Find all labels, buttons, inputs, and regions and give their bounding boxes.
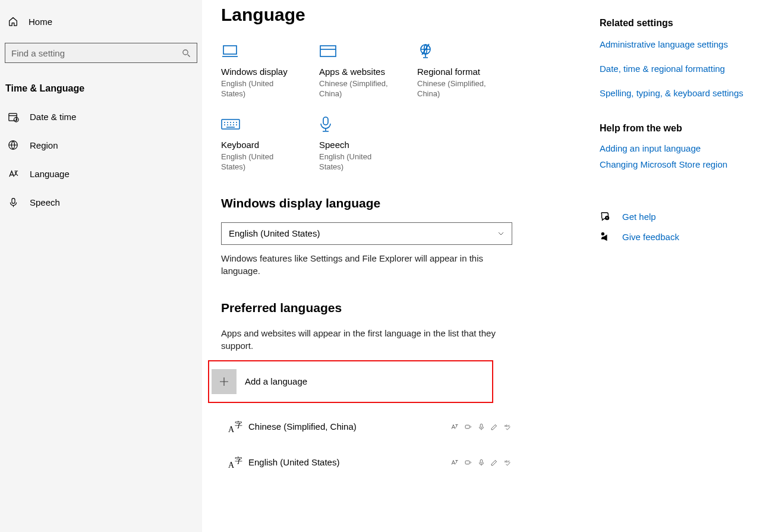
language-feature-icons: abc (450, 423, 512, 431)
svg-rect-13 (480, 424, 483, 427)
handwriting-icon (490, 423, 499, 431)
sidebar-item-label: Language (30, 169, 70, 179)
related-settings-heading: Related settings (600, 18, 760, 29)
card-windows-display[interactable]: Windows display English (United States) (221, 43, 319, 99)
card-title: Windows display (221, 67, 319, 77)
speech-recognition-icon (478, 423, 485, 431)
svg-text:字: 字 (235, 420, 242, 429)
text-to-speech-icon (464, 423, 472, 431)
language-pack-icon (450, 423, 459, 431)
link-date-time-formatting[interactable]: Date, time & regional formatting (600, 62, 760, 75)
sidebar-item-language[interactable]: Language (0, 159, 202, 188)
card-sub: English (United States) (319, 152, 390, 172)
svg-text:?: ? (606, 216, 608, 220)
sidebar-section-heading: Time & Language (0, 73, 202, 102)
help-from-web-heading: Help from the web (600, 123, 760, 134)
globe-stand-icon (417, 43, 515, 59)
svg-rect-4 (11, 198, 14, 203)
give-feedback-link[interactable]: Give feedback (622, 232, 679, 242)
laptop-icon (221, 43, 319, 59)
sidebar-item-label: Region (30, 140, 58, 150)
sidebar-home[interactable]: Home (0, 11, 202, 32)
clock-calendar-icon (7, 111, 19, 122)
keyboard-icon (221, 116, 319, 133)
give-feedback-row[interactable]: Give feedback (600, 231, 760, 242)
plus-icon (212, 369, 237, 394)
svg-rect-12 (465, 425, 469, 429)
page-title: Language (221, 5, 582, 25)
speech-recognition-icon (478, 458, 485, 467)
sidebar-item-region[interactable]: Region (0, 131, 202, 159)
sidebar-item-label: Date & time (30, 112, 76, 122)
main-content: Language Windows display English (United… (202, 0, 600, 532)
card-sub: English (United States) (221, 152, 292, 172)
card-sub: Chinese (Simplified, China) (417, 79, 488, 99)
card-title: Speech (319, 140, 417, 150)
get-help-row[interactable]: ? Get help (600, 211, 760, 222)
add-language-button[interactable]: Add a language (208, 360, 493, 403)
card-apps-websites[interactable]: Apps & websites Chinese (Simplified, Chi… (319, 43, 417, 99)
sidebar-item-label: Speech (30, 197, 60, 207)
globe-icon (7, 139, 19, 151)
spellcheck-icon: abc (504, 458, 512, 467)
add-language-label: Add a language (245, 376, 307, 386)
card-sub: Chinese (Simplified, China) (319, 79, 390, 99)
link-changing-store-region[interactable]: Changing Microsoft Store region (600, 159, 760, 169)
card-regional-format[interactable]: Regional format Chinese (Simplified, Chi… (417, 43, 515, 99)
svg-point-0 (183, 49, 188, 54)
display-language-dropdown[interactable]: English (United States) (221, 222, 512, 245)
display-language-heading: Windows display language (221, 196, 582, 210)
help-icon: ? (600, 211, 611, 222)
svg-rect-6 (320, 46, 336, 56)
link-adding-input-language[interactable]: Adding an input language (600, 143, 760, 153)
language-summary-grid: Windows display English (United States) … (221, 43, 582, 172)
language-row-label: English (United States) (248, 457, 450, 467)
language-feature-icons: abc (450, 458, 512, 467)
language-row-label: Chinese (Simplified, China) (248, 421, 450, 432)
svg-text:abc: abc (505, 459, 510, 463)
link-admin-language-settings[interactable]: Administrative language settings (600, 38, 760, 51)
display-language-desc: Windows features like Settings and File … (221, 252, 512, 277)
card-title: Apps & websites (319, 67, 417, 77)
chevron-down-icon (497, 230, 505, 237)
language-pack-icon (450, 458, 459, 467)
svg-rect-9 (323, 117, 328, 125)
get-help-link[interactable]: Get help (622, 212, 656, 222)
preferred-languages-heading: Preferred languages (221, 301, 582, 315)
preferred-languages-desc: Apps and websites will appear in the fir… (221, 327, 512, 352)
microphone-icon (319, 116, 417, 133)
card-speech[interactable]: Speech English (United States) (319, 116, 417, 172)
window-icon (319, 43, 417, 59)
svg-rect-5 (223, 46, 237, 54)
sidebar-item-date-time[interactable]: Date & time (0, 102, 202, 131)
link-spelling-typing-keyboard[interactable]: Spelling, typing, & keyboard settings (600, 87, 760, 99)
dropdown-value: English (United States) (229, 228, 320, 238)
card-keyboard[interactable]: Keyboard English (United States) (221, 116, 319, 172)
search-input[interactable] (11, 48, 182, 58)
svg-text:A: A (228, 461, 235, 470)
language-icon (7, 168, 19, 180)
handwriting-icon (490, 458, 499, 467)
language-row[interactable]: A字 Chinese (Simplified, China) abc (221, 409, 512, 445)
svg-rect-17 (465, 461, 469, 464)
language-row[interactable]: A字 English (United States) abc (221, 445, 512, 480)
sidebar-item-speech[interactable]: Speech (0, 188, 202, 216)
text-to-speech-icon (464, 458, 472, 467)
svg-text:abc: abc (505, 424, 510, 427)
sidebar: Home Time & Language Date & time Region … (0, 0, 202, 532)
right-column: Related settings Administrative language… (600, 0, 766, 532)
svg-rect-18 (480, 459, 483, 463)
search-input-container[interactable] (5, 43, 197, 63)
svg-text:字: 字 (235, 456, 242, 465)
home-icon (7, 15, 19, 27)
card-title: Regional format (417, 67, 515, 77)
svg-text:A: A (228, 425, 235, 434)
card-title: Keyboard (221, 140, 319, 150)
search-icon (182, 49, 191, 58)
sidebar-home-label: Home (29, 17, 52, 27)
language-glyph-icon: A字 (223, 418, 248, 436)
card-sub: English (United States) (221, 79, 292, 99)
feedback-icon (600, 231, 611, 242)
spellcheck-icon: abc (504, 423, 512, 431)
language-glyph-icon: A字 (223, 454, 248, 471)
